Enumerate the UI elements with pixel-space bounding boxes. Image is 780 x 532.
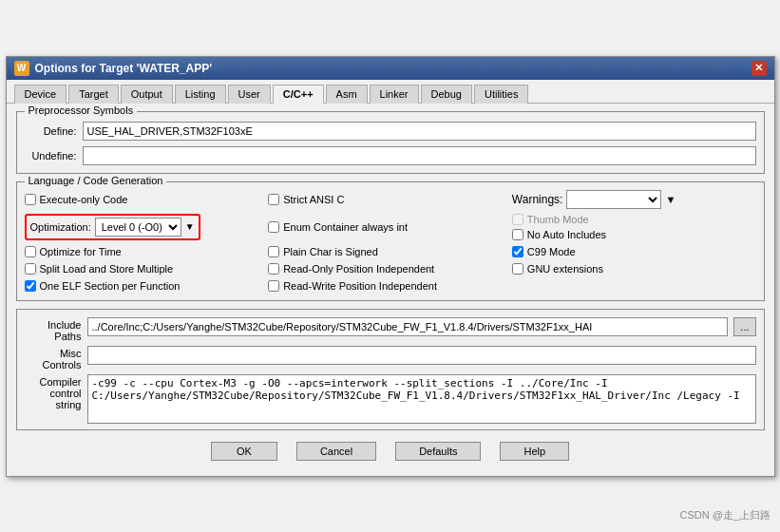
read-only-row: Read-Only Position Independent	[268, 262, 512, 276]
compiler-textarea: -c99 -c --cpu Cortex-M3 -g -O0 --apcs=in…	[87, 374, 756, 424]
include-paths-row: IncludePaths ...	[25, 317, 756, 342]
no-auto-includes-checkbox[interactable]	[512, 229, 523, 240]
preprocessor-group: Preprocessor Symbols Define: Undefine:	[16, 111, 765, 174]
enum-container-row: Enum Container always int	[268, 220, 512, 234]
include-paths-label: IncludePaths	[25, 317, 82, 342]
optimization-label: Optimization:	[30, 221, 91, 233]
read-write-checkbox[interactable]	[268, 280, 279, 292]
gnu-ext-label: GNU extensions	[527, 263, 603, 275]
one-elf-row: One ELF Section per Function	[25, 279, 269, 293]
no-auto-includes-label: No Auto Includes	[527, 229, 606, 240]
tab-cpp[interactable]: C/C++	[273, 85, 324, 104]
undefine-row: Undefine:	[25, 146, 756, 165]
execute-only-row: Execute-only Code	[25, 193, 269, 206]
strict-ansi-checkbox[interactable]	[268, 194, 279, 205]
language-group: Language / Code Generation Execute-only …	[16, 181, 765, 301]
buttons-row: OK Cancel Defaults Help	[16, 438, 765, 468]
app-icon: W	[14, 61, 29, 76]
tab-asm[interactable]: Asm	[326, 85, 368, 104]
strict-ansi-row: Strict ANSI C	[268, 193, 512, 206]
include-paths-input[interactable]	[87, 317, 729, 336]
undefine-input[interactable]	[83, 146, 756, 165]
c99-mode-checkbox[interactable]	[512, 246, 523, 257]
optimization-highlight: Optimization: Level 0 (-O0) ▼	[25, 214, 200, 240]
tab-listing[interactable]: Listing	[175, 85, 226, 104]
split-load-checkbox[interactable]	[25, 263, 36, 275]
include-paths-browse[interactable]: ...	[733, 317, 755, 336]
define-label: Define:	[25, 125, 77, 137]
thumb-mode-row: Thumb Mode	[512, 213, 756, 226]
window-title: Options for Target 'WATER_APP'	[35, 62, 213, 75]
gnu-ext-checkbox[interactable]	[512, 263, 523, 275]
plain-char-label: Plain Char is Signed	[283, 246, 378, 257]
optimize-time-row: Optimize for Time	[25, 245, 269, 258]
c99-mode-row: C99 Mode	[512, 245, 756, 258]
warnings-select[interactable]	[566, 190, 661, 209]
optimize-time-checkbox[interactable]	[25, 246, 36, 257]
thumb-mode-checkbox	[512, 214, 523, 225]
optimize-time-label: Optimize for Time	[40, 246, 122, 257]
content-area: Preprocessor Symbols Define: Undefine: L…	[7, 104, 774, 476]
misc-label: MiscControls	[25, 346, 82, 370]
one-elf-label: One ELF Section per Function	[40, 280, 181, 292]
enum-container-checkbox[interactable]	[268, 221, 279, 233]
main-window: W Options for Target 'WATER_APP' ✕ Devic…	[6, 56, 775, 477]
watermark: CSDN @走_上归路	[679, 508, 770, 522]
gnu-ext-row: GNU extensions	[512, 262, 756, 276]
language-title: Language / Code Generation	[25, 175, 167, 186]
include-section: IncludePaths ... MiscControls Compilerco…	[16, 309, 765, 430]
read-only-checkbox[interactable]	[268, 263, 279, 275]
misc-row: MiscControls	[25, 346, 756, 370]
tab-linker[interactable]: Linker	[370, 85, 419, 104]
tab-device[interactable]: Device	[14, 85, 67, 104]
optimization-select[interactable]: Level 0 (-O0)	[95, 218, 181, 237]
misc-input[interactable]	[87, 346, 756, 365]
plain-char-row: Plain Char is Signed	[268, 245, 512, 258]
close-button[interactable]: ✕	[751, 61, 767, 76]
c99-mode-label: C99 Mode	[527, 246, 576, 257]
execute-only-label: Execute-only Code	[40, 194, 128, 205]
defaults-button[interactable]: Defaults	[395, 442, 481, 461]
undefine-label: Undefine:	[25, 150, 77, 162]
warnings-label: Warnings:	[512, 193, 563, 206]
define-row: Define:	[25, 122, 756, 141]
read-write-row: Read-Write Position Independent	[268, 279, 512, 293]
read-write-label: Read-Write Position Independent	[283, 280, 437, 292]
strict-ansi-label: Strict ANSI C	[283, 194, 344, 205]
define-input[interactable]	[83, 122, 756, 141]
plain-char-checkbox[interactable]	[268, 246, 279, 257]
tab-output[interactable]: Output	[121, 85, 173, 104]
title-bar-left: W Options for Target 'WATER_APP'	[14, 61, 213, 76]
one-elf-checkbox[interactable]	[25, 280, 36, 292]
split-load-row: Split Load and Store Multiple	[25, 262, 269, 276]
warnings-dropdown-arrow: ▼	[665, 194, 675, 205]
tabs-bar: Device Target Output Listing User C/C++ …	[7, 80, 774, 104]
split-load-label: Split Load and Store Multiple	[40, 263, 174, 275]
thumb-mode-label: Thumb Mode	[527, 214, 589, 225]
cancel-button[interactable]: Cancel	[296, 442, 376, 461]
execute-only-checkbox[interactable]	[25, 194, 36, 205]
tab-debug[interactable]: Debug	[421, 85, 472, 104]
read-only-label: Read-Only Position Independent	[283, 263, 434, 275]
compiler-label: Compilercontrolstring	[25, 374, 82, 410]
enum-container-label: Enum Container always int	[283, 221, 408, 233]
opt-dropdown-arrow: ▼	[185, 221, 195, 232]
preprocessor-title: Preprocessor Symbols	[25, 104, 138, 116]
tab-user[interactable]: User	[228, 85, 271, 104]
compiler-row: Compilercontrolstring -c99 -c --cpu Cort…	[25, 374, 756, 424]
help-button[interactable]: Help	[500, 442, 569, 461]
title-bar: W Options for Target 'WATER_APP' ✕	[7, 57, 774, 80]
no-auto-includes-row: No Auto Includes	[512, 228, 756, 241]
tab-utilities[interactable]: Utilities	[474, 85, 528, 104]
ok-button[interactable]: OK	[211, 442, 277, 461]
tab-target[interactable]: Target	[68, 85, 119, 104]
